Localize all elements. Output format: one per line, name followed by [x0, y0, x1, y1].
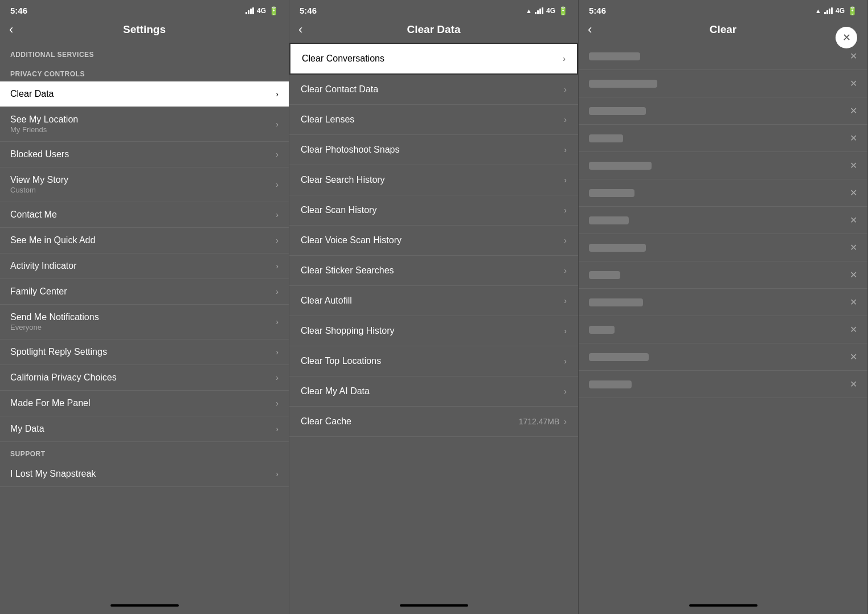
network-type-2: 4G: [546, 7, 555, 15]
chevron-shopping: ›: [564, 326, 567, 335]
bottom-bar-1: [0, 597, 289, 614]
list-item[interactable]: ✕: [579, 152, 867, 179]
blurred-contact-name: [589, 189, 634, 197]
menu-item-family[interactable]: Family Center ›: [0, 279, 289, 305]
menu-item-title-california: California Privacy Choices: [10, 373, 117, 383]
chevron-icon-california: ›: [276, 373, 279, 382]
menu-item-snapstreak[interactable]: I Lost My Snapstreak ›: [0, 461, 289, 487]
list-item[interactable]: ✕: [579, 207, 867, 234]
list-item[interactable]: ✕: [579, 97, 867, 125]
menu-item-title-family: Family Center: [10, 286, 67, 297]
list-item[interactable]: ✕: [579, 371, 867, 398]
clear-photoshoot-label: Clear Photoshoot Snaps: [301, 145, 399, 155]
menu-item-title-snapstreak: I Lost My Snapstreak: [10, 469, 96, 479]
list-item[interactable]: ✕: [579, 234, 867, 261]
signal-icon-3: [824, 7, 833, 14]
back-button-3[interactable]: ‹: [588, 22, 592, 37]
clear-shopping-item[interactable]: Clear Shopping History ›: [289, 316, 578, 346]
list-item[interactable]: ✕: [579, 125, 867, 152]
remove-icon[interactable]: ✕: [850, 379, 857, 390]
network-type-1: 4G: [257, 7, 266, 15]
menu-item-subtitle-notifications: Everyone: [10, 323, 99, 331]
blurred-contact-name: [589, 380, 632, 388]
menu-item-see-location[interactable]: See My Location My Friends ›: [0, 107, 289, 142]
menu-item-subtitle-location: My Friends: [10, 125, 78, 134]
clear-contact-list: ✕ ✕ ✕ ✕ ✕: [579, 43, 867, 597]
signal-icon-1: [245, 7, 254, 14]
blurred-contact-name: [589, 80, 657, 88]
chevron-icon-clear-data: ›: [276, 89, 279, 99]
menu-item-activity[interactable]: Activity Indicator ›: [0, 253, 289, 279]
menu-item-notifications[interactable]: Send Me Notifications Everyone ›: [0, 305, 289, 339]
location-icon-2: ▲: [526, 7, 532, 14]
menu-item-spotlight[interactable]: Spotlight Reply Settings ›: [0, 339, 289, 365]
clear-contact-label: Clear Contact Data: [301, 84, 378, 95]
clear-cache-item[interactable]: Clear Cache 1712.47MB ›: [289, 407, 578, 437]
clear-ai-item[interactable]: Clear My AI Data ›: [289, 376, 578, 407]
cache-size-value: 1712.47MB: [519, 417, 560, 426]
chevron-search: ›: [564, 175, 567, 185]
clear-search-history-item[interactable]: Clear Search History ›: [289, 165, 578, 195]
clear-autofill-item[interactable]: Clear Autofill ›: [289, 286, 578, 316]
battery-icon-1: 🔋: [269, 6, 279, 15]
menu-item-made-for-me[interactable]: Made For Me Panel ›: [0, 391, 289, 416]
back-button-2[interactable]: ‹: [298, 22, 302, 37]
clear-scan-history-item[interactable]: Clear Scan History ›: [289, 195, 578, 226]
list-item[interactable]: ✕: [579, 43, 867, 70]
menu-item-title-story: View My Story: [10, 175, 68, 185]
clear-top-locations-label: Clear Top Locations: [301, 356, 381, 366]
clear-autofill-label: Clear Autofill: [301, 296, 352, 306]
battery-icon-2: 🔋: [558, 6, 568, 15]
menu-item-title-blocked: Blocked Users: [10, 149, 69, 159]
remove-icon[interactable]: ✕: [850, 215, 857, 226]
list-item[interactable]: ✕: [579, 316, 867, 343]
clear-data-list: Clear Conversations › Clear Contact Data…: [289, 43, 578, 597]
remove-icon[interactable]: ✕: [850, 133, 857, 144]
remove-icon[interactable]: ✕: [850, 351, 857, 362]
chevron-conversations: ›: [563, 54, 566, 63]
remove-icon[interactable]: ✕: [850, 51, 857, 62]
blurred-contact-name: [589, 353, 649, 361]
clear-voice-scan-item[interactable]: Clear Voice Scan History ›: [289, 226, 578, 256]
blurred-contact-name: [589, 162, 652, 170]
menu-item-contact[interactable]: Contact Me ›: [0, 202, 289, 228]
page-title-3: Clear: [710, 23, 737, 36]
clear-photoshoot-item[interactable]: Clear Photoshoot Snaps ›: [289, 135, 578, 165]
clear-list-panel: 5:46 ▲ 4G 🔋 ‹ Clear ✕ ✕: [579, 0, 868, 614]
chevron-icon-location: ›: [276, 120, 279, 129]
menu-item-quick-add[interactable]: See Me in Quick Add ›: [0, 228, 289, 253]
menu-item-my-data[interactable]: My Data ›: [0, 416, 289, 442]
menu-item-view-story[interactable]: View My Story Custom ›: [0, 167, 289, 202]
chevron-icon-spotlight: ›: [276, 347, 279, 357]
list-item[interactable]: ✕: [579, 289, 867, 316]
chevron-locations: ›: [564, 357, 567, 366]
list-item[interactable]: ✕: [579, 261, 867, 289]
list-item[interactable]: ✕: [579, 179, 867, 207]
list-item[interactable]: ✕: [579, 343, 867, 371]
menu-item-title-clear-data: Clear Data: [10, 89, 54, 99]
remove-icon[interactable]: ✕: [850, 269, 857, 280]
close-button[interactable]: ✕: [836, 27, 857, 48]
menu-item-blocked[interactable]: Blocked Users ›: [0, 142, 289, 167]
menu-item-california[interactable]: California Privacy Choices ›: [0, 365, 289, 391]
clear-lenses-item[interactable]: Clear Lenses ›: [289, 105, 578, 135]
clear-sticker-item[interactable]: Clear Sticker Searches ›: [289, 256, 578, 286]
list-item[interactable]: ✕: [579, 70, 867, 97]
settings-list: ADDITIONAL SERVICES PRIVACY CONTROLS Cle…: [0, 43, 289, 597]
clear-voice-label: Clear Voice Scan History: [301, 235, 402, 245]
chevron-icon-family: ›: [276, 287, 279, 296]
clear-conversations-item[interactable]: Clear Conversations ›: [289, 43, 578, 75]
remove-icon[interactable]: ✕: [850, 78, 857, 89]
chevron-scan: ›: [564, 206, 567, 215]
bottom-bar-2: [289, 597, 578, 614]
remove-icon[interactable]: ✕: [850, 187, 857, 198]
remove-icon[interactable]: ✕: [850, 297, 857, 308]
remove-icon[interactable]: ✕: [850, 324, 857, 335]
remove-icon[interactable]: ✕: [850, 160, 857, 171]
clear-contact-data-item[interactable]: Clear Contact Data ›: [289, 75, 578, 105]
remove-icon[interactable]: ✕: [850, 242, 857, 253]
menu-item-clear-data[interactable]: Clear Data ›: [0, 81, 289, 107]
clear-top-locations-item[interactable]: Clear Top Locations ›: [289, 346, 578, 376]
back-button-1[interactable]: ‹: [9, 22, 13, 37]
remove-icon[interactable]: ✕: [850, 105, 857, 116]
